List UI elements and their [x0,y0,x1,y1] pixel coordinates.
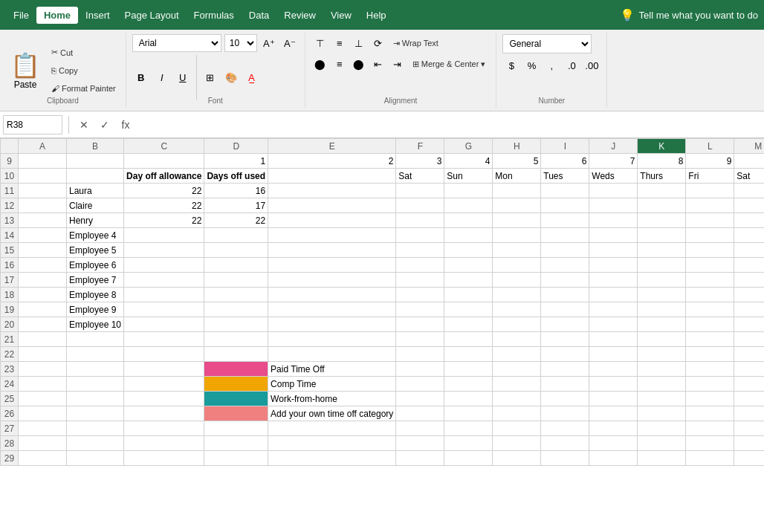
legend-wfh-cell[interactable] [204,392,268,406]
cell-e25[interactable]: Work-from-home [268,392,396,406]
cell-e9[interactable]: 2 [268,154,396,169]
cell-c10[interactable]: Day off allowance [124,169,204,184]
merge-center-button[interactable]: ⊞ Merge & Center ▾ [408,55,491,73]
cell-e26[interactable]: Add your own time off category [268,406,396,421]
col-header-f[interactable]: F [396,139,444,154]
cell-b12[interactable]: Claire [67,198,124,213]
increase-indent-button[interactable]: ⇥ [389,55,407,73]
menu-insert[interactable]: Insert [78,7,117,24]
cell-b14[interactable]: Employee 4 [67,228,124,243]
cell-c9[interactable] [124,154,204,169]
cell-e24[interactable]: Comp Time [268,377,396,392]
cell-b18[interactable]: Employee 8 [67,288,124,302]
cell-i13[interactable] [541,213,589,228]
align-left-button[interactable]: ⬤ [311,55,329,73]
cell-b19[interactable]: Employee 9 [67,302,124,317]
align-top-button[interactable]: ⊤ [311,34,329,52]
align-right-button[interactable]: ⬤ [350,55,368,73]
legend-pto-cell[interactable] [204,362,268,377]
cell-e12[interactable] [268,198,396,213]
cell-f10[interactable]: Sat [396,169,444,184]
menu-formulas[interactable]: Formulas [187,7,242,24]
col-header-b[interactable]: B [67,139,124,154]
cell-g12[interactable] [444,198,493,213]
currency-button[interactable]: $ [502,56,520,74]
percent-button[interactable]: % [522,56,540,74]
cell-l10[interactable]: Fri [686,169,734,184]
cell-h12[interactable] [493,198,541,213]
col-header-g[interactable]: G [444,139,493,154]
cell-g13[interactable] [444,213,493,228]
cell-a13[interactable] [19,213,67,228]
comma-button[interactable]: , [543,56,560,74]
cell-l13[interactable] [686,213,734,228]
cell-a12[interactable] [19,198,67,213]
increase-decimal-button[interactable]: .00 [583,56,600,74]
cell-f12[interactable] [396,198,444,213]
col-header-d[interactable]: D [204,139,268,154]
insert-function-button[interactable]: fx [117,116,135,134]
cell-j13[interactable] [589,213,638,228]
cell-d10[interactable]: Days off used [204,169,268,184]
cell-b17[interactable]: Employee 7 [67,273,124,288]
cell-b15[interactable]: Employee 5 [67,243,124,258]
cell-m9[interactable]: 10 [734,154,764,169]
menu-page-layout[interactable]: Page Layout [117,7,187,24]
menu-home[interactable]: Home [36,7,78,24]
cell-m11[interactable] [734,184,764,198]
cell-j10[interactable]: Weds [589,169,638,184]
col-header-a[interactable]: A [19,139,67,154]
fill-color-button[interactable]: 🎨 [222,68,240,86]
cell-e10[interactable] [268,169,396,184]
cell-f9[interactable]: 3 [396,154,444,169]
col-header-l[interactable]: L [686,139,734,154]
underline-button[interactable]: U [174,68,192,86]
menu-data[interactable]: Data [242,7,276,24]
cell-e11[interactable] [268,184,396,198]
legend-comp-cell[interactable] [204,377,268,392]
cell-m10[interactable]: Sat [734,169,764,184]
col-header-c[interactable]: C [124,139,204,154]
cell-k9[interactable]: 8 [638,154,686,169]
italic-button[interactable]: I [153,68,171,86]
col-header-m[interactable]: M [734,139,764,154]
cell-g11[interactable] [444,184,493,198]
format-painter-button[interactable]: 🖌 Format Painter [48,80,120,97]
paste-button[interactable]: 📋 Paste [6,44,45,97]
cell-reference-input[interactable] [3,115,62,134]
cell-g9[interactable]: 4 [444,154,493,169]
align-center-button[interactable]: ≡ [331,55,349,73]
cell-f13[interactable] [396,213,444,228]
cell-l11[interactable] [686,184,734,198]
menu-help[interactable]: Help [359,7,394,24]
increase-font-button[interactable]: A⁺ [260,34,278,52]
cell-i9[interactable]: 6 [541,154,589,169]
cell-m13[interactable] [734,213,764,228]
cell-d12[interactable]: 17 [204,198,268,213]
decrease-font-button[interactable]: A⁻ [281,34,299,52]
formula-input[interactable] [137,115,761,134]
cell-b10[interactable] [67,169,124,184]
align-middle-button[interactable]: ≡ [331,34,349,52]
cell-f11[interactable] [396,184,444,198]
decrease-decimal-button[interactable]: .0 [563,56,580,74]
wrap-text-button[interactable]: ⇥ Wrap Text [389,34,443,52]
cell-i11[interactable] [541,184,589,198]
decrease-indent-button[interactable]: ⇤ [369,55,387,73]
spreadsheet-container[interactable]: A B C D E F G H I J K L M 9 1 2 [0,138,764,532]
cell-m12[interactable] [734,198,764,213]
cell-b11[interactable]: Laura [67,184,124,198]
cell-l12[interactable] [686,198,734,213]
cancel-formula-button[interactable]: ✕ [75,116,93,134]
bold-button[interactable]: B [132,68,150,86]
cell-d9[interactable]: 1 [204,154,268,169]
legend-custom-cell[interactable] [204,406,268,421]
cell-e13[interactable] [268,213,396,228]
cell-i10[interactable]: Tues [541,169,589,184]
cell-g10[interactable]: Sun [444,169,493,184]
cell-d11[interactable]: 16 [204,184,268,198]
cell-j9[interactable]: 7 [589,154,638,169]
font-family-select[interactable]: Arial [132,34,221,52]
cell-k10[interactable]: Thurs [638,169,686,184]
cell-d13[interactable]: 22 [204,213,268,228]
